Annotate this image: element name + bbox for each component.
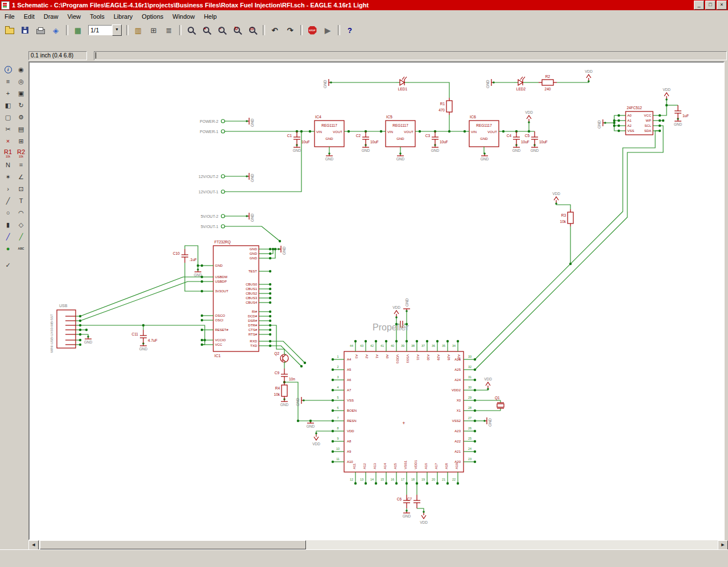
redo-button[interactable]: ↷ [283, 23, 297, 37]
library-button[interactable]: ▥ [131, 23, 146, 37]
supply-vdd[interactable]: VDD [585, 69, 593, 82]
menu-view[interactable]: View [63, 11, 85, 22]
tool-change[interactable]: ⚙ [14, 111, 28, 123]
zoom-redraw-button[interactable]: ↻ [230, 23, 245, 37]
tool-value[interactable]: = [14, 159, 28, 171]
schematic-junctions[interactable] [85, 104, 668, 422]
command-input[interactable] [94, 51, 727, 60]
part-IC4[interactable]: IC4REG1117VINVOUTGND [309, 115, 350, 154]
tool-junction[interactable]: ● [1, 243, 15, 255]
supply-gnd[interactable]: GND [403, 298, 410, 312]
schematic-canvas[interactable]: POWER-2POWER-112V/OUT-212V/OUT-15V/OUT-2… [28, 61, 725, 540]
part-Q2[interactable]: Q2 [274, 351, 288, 363]
menu-options[interactable]: Options [137, 11, 168, 22]
tool-rotate[interactable]: ↻ [14, 100, 28, 111]
port-POWER-2[interactable]: POWER-2 [200, 119, 226, 123]
supply-vdd[interactable]: VDD [312, 432, 320, 446]
part-usb-connector[interactable] [57, 310, 81, 348]
save-button[interactable] [18, 23, 32, 37]
part-C11[interactable]: C114.7uF [132, 330, 158, 343]
supply-gnd[interactable]: GND [296, 397, 305, 406]
part-C9[interactable]: C910n [275, 369, 296, 382]
supply-vdd[interactable]: VDD [484, 377, 492, 390]
supply-gnd[interactable]: GND [246, 118, 254, 127]
menu-edit[interactable]: Edit [19, 11, 39, 22]
undo-button[interactable]: ↶ [267, 23, 282, 37]
part-IC6[interactable]: IC6REG1117VINVOUTGND [464, 115, 504, 154]
tool-arc[interactable]: ◠ [14, 207, 28, 219]
port-12V/OUT-1[interactable]: 12V/OUT-1 [198, 190, 226, 194]
part-Q1[interactable]: Q1 [495, 396, 504, 411]
part-C2[interactable]: C210uF [356, 131, 379, 145]
tool-copy[interactable]: ▣ [14, 88, 28, 100]
part-C10[interactable]: C10.1uF [173, 249, 197, 263]
port-12V/OUT-2[interactable]: 12V/OUT-2 [198, 175, 226, 179]
print-button[interactable] [33, 23, 48, 37]
scrollbar-track[interactable] [39, 540, 718, 549]
tool-mark[interactable]: ◎ [14, 76, 28, 88]
zoom-fit-button[interactable] [184, 23, 198, 37]
menu-window[interactable]: Window [168, 11, 199, 22]
port-5V/OUT-1[interactable]: 5V/OUT-1 [201, 225, 226, 229]
part-LED1[interactable]: LED1 [396, 77, 410, 91]
part-IC1[interactable]: FT232RQIC1GNDUSBDMUSBDP3V3OUTOSCOOSCIRES… [201, 240, 271, 358]
tool-move[interactable]: + [1, 88, 15, 100]
supply-gnd[interactable]: GND [139, 342, 148, 351]
scrollbar-thumb[interactable] [40, 540, 306, 549]
tool-label[interactable]: ABC [14, 243, 28, 255]
tool-info[interactable]: i [1, 64, 15, 76]
tool-pinswap[interactable]: R110k [1, 147, 15, 159]
go-button[interactable]: ▶ [320, 23, 335, 37]
tool-paste[interactable]: ▤ [14, 123, 28, 135]
use-button[interactable]: ⊞ [146, 23, 161, 37]
menu-draw[interactable]: Draw [39, 11, 63, 22]
part-IC5[interactable]: IC5REG1117VINVOUTGND [380, 115, 421, 154]
tool-polygon[interactable]: ◇ [14, 219, 28, 231]
tool-delete[interactable]: × [1, 135, 15, 147]
supply-gnd[interactable]: GND [512, 144, 521, 152]
tool-invoke[interactable]: ⊡ [14, 183, 28, 195]
supply-gnd[interactable]: GND [194, 268, 202, 277]
open-button[interactable] [2, 23, 17, 37]
port-5V/OUT-2[interactable]: 5V/OUT-2 [201, 214, 226, 218]
tool-miter[interactable]: ∠ [14, 171, 28, 183]
tool-text[interactable]: T [14, 195, 28, 207]
tool-net[interactable]: ╱ [14, 231, 28, 243]
part-R3[interactable]: R310k [560, 209, 573, 226]
tool-add[interactable]: ⊞ [14, 135, 28, 147]
zoom-out-button[interactable]: − [214, 23, 229, 37]
close-button[interactable]: × [717, 1, 727, 10]
supply-gnd[interactable]: GND [323, 79, 332, 88]
part-C1[interactable]: C110uF [287, 131, 310, 145]
supply-vdd[interactable]: VDD [525, 110, 533, 123]
tool-cut[interactable]: ✂ [1, 123, 15, 135]
part-R2[interactable]: R2240 [539, 75, 557, 91]
menu-library[interactable]: Library [109, 11, 138, 22]
supply-gnd[interactable]: GND [362, 144, 370, 152]
menu-help[interactable]: Help [199, 11, 221, 22]
schematic-drawing[interactable]: POWER-2POWER-112V/OUT-212V/OUT-15V/OUT-2… [30, 63, 723, 539]
part-C3[interactable]: C310uF [425, 131, 448, 145]
menu-tools[interactable]: Tools [85, 11, 109, 22]
tool-show[interactable]: ◉ [14, 64, 28, 76]
part-cap[interactable]: 1uF [675, 105, 689, 119]
sheet-selector-value[interactable]: 1/1 [88, 25, 112, 35]
supply-gnd[interactable]: GND [531, 144, 539, 152]
part-C7[interactable]: C7 [407, 495, 420, 508]
zoom-in-button[interactable]: + [199, 23, 214, 37]
supply-gnd[interactable]: GND [293, 144, 301, 152]
part-R1[interactable]: R1470 [439, 98, 452, 115]
port-POWER-1[interactable]: POWER-1 [200, 130, 226, 134]
stop-button[interactable]: STOP [305, 23, 320, 37]
supply-gnd[interactable]: GND [396, 152, 405, 161]
supply-vdd[interactable]: VDD [663, 88, 671, 101]
maximize-button[interactable]: □ [705, 1, 715, 10]
display-button[interactable]: ≣ [162, 23, 176, 37]
supply-gnd[interactable]: GND [486, 79, 495, 88]
help-button[interactable]: ? [342, 23, 357, 37]
tool-mirror[interactable]: ◧ [1, 100, 15, 111]
cam-processor-button[interactable]: ◈ [48, 23, 63, 37]
sheet-selector-dropdown[interactable]: ▾ [112, 24, 122, 36]
tool-display[interactable]: ≡ [1, 76, 15, 88]
board-button[interactable]: ▦ [71, 23, 85, 37]
